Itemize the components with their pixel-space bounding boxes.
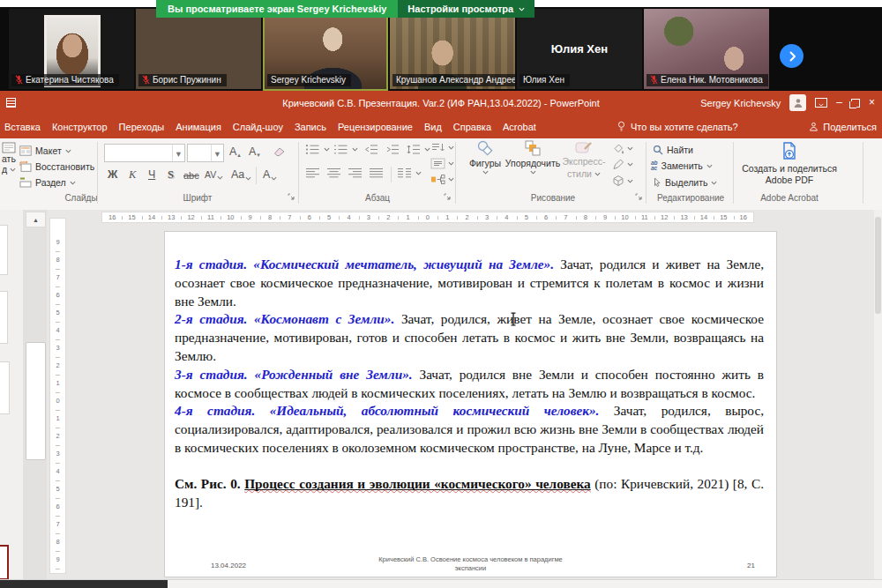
view-settings-button[interactable]: Настройки просмотра	[398, 0, 534, 18]
participant-name: Елена Ник. Мотовникова	[661, 75, 763, 85]
account-name[interactable]: Sergey Krichevsky	[700, 98, 781, 108]
numbering-button[interactable]	[333, 144, 358, 155]
grow-font-button[interactable]: А▴	[229, 145, 241, 158]
scrollbar-thumb[interactable]	[875, 217, 881, 314]
font-size-combobox[interactable]: ▾	[187, 144, 224, 162]
strikethrough-button[interactable]: abc	[183, 170, 199, 181]
increase-indent-icon	[385, 144, 400, 155]
bold-button[interactable]: Ж	[108, 168, 117, 181]
restore-window-button[interactable]	[851, 99, 860, 108]
quick-styles-button[interactable]: Экспресс- стили	[559, 140, 609, 179]
participant-tile-ekaterina[interactable]: Екатерина Чистякова	[9, 9, 134, 89]
ribbon-tab[interactable]: Вид	[424, 122, 442, 132]
participant-name-tag: Sergey Krichevskiy	[267, 74, 351, 86]
share-label: Поделиться	[823, 122, 877, 132]
select-button[interactable]: Выделить	[653, 177, 717, 188]
line-spacing-button[interactable]	[406, 144, 430, 155]
tell-me-box[interactable]: Что вы хотите сделать?	[617, 121, 738, 132]
minimize-button[interactable]: –	[836, 91, 842, 115]
ribbon-tab[interactable]: Анимация	[176, 122, 221, 132]
next-participants-button[interactable]	[780, 44, 804, 68]
account-avatar[interactable]	[789, 94, 806, 111]
ruler-number: 7	[56, 273, 60, 291]
slide-thumbnail-selected[interactable]	[0, 545, 9, 580]
replace-button[interactable]: abac Заменить	[651, 160, 713, 171]
ruler-number: 13	[161, 213, 181, 221]
align-right-button[interactable]	[348, 167, 363, 179]
participant-tile-krushanov[interactable]: Крушанов Александр Андреевич	[390, 9, 515, 89]
columns-button[interactable]	[397, 167, 422, 179]
quick-access-toolbar-icon[interactable]	[6, 98, 16, 108]
reset-button[interactable]: Восстановить	[19, 161, 94, 172]
adobe-pdf-label: Adobe PDF	[766, 175, 813, 186]
bullets-button[interactable]	[305, 144, 330, 155]
ruler-number: 0	[418, 213, 437, 221]
ruler-number: 1	[56, 414, 60, 432]
underline-button[interactable]: Ч	[148, 168, 155, 181]
find-button[interactable]: Найти	[653, 145, 693, 155]
ribbon-tab[interactable]: Вставка	[4, 122, 41, 132]
paragraph-dialog-launcher-icon[interactable]	[444, 193, 451, 200]
arrange-button[interactable]: Упорядочить	[505, 140, 561, 175]
align-text-button[interactable]	[430, 158, 454, 169]
align-left-button[interactable]	[305, 167, 320, 179]
shape-effects-button[interactable]	[612, 175, 633, 187]
ribbon-tab[interactable]: Справка	[453, 122, 491, 132]
shrink-font-button[interactable]: А▾	[249, 145, 260, 158]
section-button[interactable]: Раздел	[19, 177, 76, 188]
shape-outline-button[interactable]	[612, 159, 633, 170]
decrease-indent-button[interactable]	[363, 144, 378, 155]
scrollbar-up-arrow[interactable]: ▲	[26, 212, 46, 227]
participant-tile-boris[interactable]: Борис Пружинин	[136, 9, 261, 89]
ribbon-tab[interactable]: Acrobat	[503, 122, 536, 132]
ribbon-display-options-button[interactable]	[815, 98, 827, 108]
clear-formatting-button[interactable]	[273, 145, 286, 156]
ribbon-tab[interactable]: Конструктор	[52, 122, 108, 132]
chevron-down-icon	[594, 172, 601, 176]
slide-thumbnails-pane[interactable]	[0, 210, 23, 579]
slide-canvas[interactable]: 1-я стадия. «Космический мечтатель, живу…	[164, 231, 777, 577]
participant-center-name: Юлия Хен	[517, 42, 642, 56]
chevron-down-icon	[530, 170, 536, 175]
increase-indent-button[interactable]	[385, 144, 400, 155]
text-shadow-button[interactable]: S	[168, 168, 174, 182]
text-direction-button[interactable]	[430, 142, 454, 153]
vertical-scrollbar[interactable]	[874, 210, 882, 579]
font-name-combobox[interactable]: ▾	[104, 144, 185, 162]
new-slide-button-clipped[interactable]: ать д	[2, 142, 21, 175]
change-case-button[interactable]: Aa	[231, 168, 251, 181]
ribbon-tab[interactable]: Рецензирование	[338, 122, 413, 132]
slide-thumbnail[interactable]	[0, 291, 8, 344]
convert-smartart-button[interactable]	[430, 174, 454, 185]
share-button[interactable]: Поделиться	[809, 122, 877, 132]
scrollbar-thumb[interactable]	[26, 342, 46, 460]
italic-button[interactable]: К	[129, 168, 136, 182]
participant-tile-yulia-camera-off[interactable]: Юлия Хен Юлия Хен	[517, 9, 642, 89]
participant-tile-elena[interactable]: Елена Ник. Мотовникова	[644, 9, 769, 89]
align-center-button[interactable]	[326, 167, 341, 179]
ruler-number: 1	[56, 379, 60, 397]
drawing-dialog-launcher-icon[interactable]	[635, 193, 642, 200]
shapes-button[interactable]: Фигуры	[462, 140, 508, 175]
ribbon-tab[interactable]: Слайд-шоу	[233, 122, 283, 132]
layout-button[interactable]: Макет	[19, 145, 71, 156]
slide-thumbnail[interactable]	[0, 225, 8, 275]
justify-button[interactable]	[369, 167, 384, 179]
slide-thumbnail[interactable]	[0, 361, 10, 414]
ribbon-tab[interactable]: Переходы	[119, 122, 165, 132]
slide-paragraph: 4-я стадия. «Идеальный, абсолютный косми…	[175, 402, 764, 457]
shape-fill-button[interactable]	[612, 143, 633, 154]
font-color-button[interactable]: А	[263, 168, 277, 181]
font-dialog-launcher-icon[interactable]	[288, 193, 295, 200]
quick-styles-icon	[575, 140, 593, 154]
text-direction-icon	[430, 142, 445, 153]
character-spacing-button[interactable]: AV	[205, 169, 223, 180]
participant-tile-sergey-active-speaker[interactable]: Sergey Krichevskiy	[263, 7, 388, 91]
shapes-label: Фигуры	[469, 158, 501, 168]
create-share-adobe-pdf-button[interactable]: Создать и поделиться Adobe PDF	[737, 140, 841, 186]
thumbnails-scrollbar[interactable]: ▲	[23, 210, 47, 579]
ribbon-tab[interactable]: Запись	[295, 122, 326, 132]
chevron-down-icon	[65, 149, 71, 153]
align-center-icon	[326, 167, 341, 179]
close-button[interactable]: ×	[869, 91, 875, 115]
